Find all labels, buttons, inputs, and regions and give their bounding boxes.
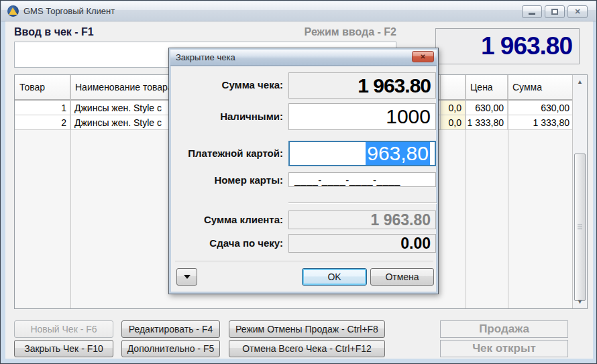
cell-qty: 0,0: [441, 115, 466, 129]
column-header-price[interactable]: Цена: [466, 75, 508, 99]
card-input[interactable]: 963,80: [288, 141, 436, 166]
close-icon: ✕: [420, 53, 425, 60]
fields-separator: [288, 202, 437, 204]
additional-button[interactable]: Дополнительно - F5: [121, 340, 220, 357]
cell-price: 630,00: [466, 101, 508, 115]
cell-sum: 630,00: [508, 101, 573, 115]
new-check-button: Новый Чек - F6: [14, 320, 113, 338]
close-icon: ✕: [574, 7, 580, 16]
minimize-icon: [529, 13, 535, 15]
input-mode-label: Режим ввода - F2: [262, 26, 396, 38]
dialog-title: Закрытие чека: [176, 52, 235, 62]
chevron-down-icon: [184, 275, 191, 279]
cash-input[interactable]: 1000: [288, 103, 436, 130]
arrow-up-icon: ▲: [577, 78, 583, 85]
status-check-panel: Чек открыт: [440, 340, 568, 357]
column-header-qty[interactable]: [441, 75, 466, 99]
card-number-input[interactable]: ____-____-____-____: [288, 172, 436, 187]
column-divider: [508, 75, 508, 308]
check-sum-label: Сумма чека:: [176, 79, 283, 90]
more-options-button[interactable]: [176, 268, 197, 286]
close-check-button[interactable]: Закрыть Чек - F10: [14, 340, 113, 357]
dialog-close-button[interactable]: ✕: [412, 51, 434, 62]
selected-text: 963,80: [366, 142, 430, 165]
card-label: Платежной картой:: [176, 147, 283, 159]
dialog-titlebar[interactable]: Закрытие чека: [170, 50, 437, 66]
status-mode-panel: Продажа: [440, 320, 568, 338]
entry-section-label: Ввод в чек - F1: [14, 26, 94, 38]
change-field: 0.00: [288, 234, 436, 253]
card-number-label: Номер карты:: [176, 174, 283, 186]
arrow-down-icon: ▼: [577, 298, 583, 305]
client-sum-field: 1 963.80: [288, 210, 436, 229]
scroll-down-button[interactable]: ▼: [573, 295, 587, 308]
scroll-up-button[interactable]: ▲: [573, 75, 587, 88]
table-scrollbar[interactable]: ▲ ▼: [572, 75, 587, 308]
close-check-dialog: Закрытие чека ✕ Сумма чека: 1 963.80 Нал…: [168, 48, 439, 294]
buttons-separator: [175, 261, 433, 262]
column-divider: [466, 75, 466, 308]
receipt-total-display: 1 963.80: [435, 28, 580, 64]
cell-price: 1 333,80: [466, 115, 508, 129]
cell-item: 2: [15, 115, 70, 129]
change-label: Сдача по чеку:: [176, 237, 283, 249]
client-sum-label: Сумма клиента:: [176, 214, 283, 225]
cell-qty: 0,0: [441, 101, 466, 115]
cancel-button[interactable]: Отмена: [370, 268, 434, 286]
edit-button[interactable]: Редактировать - F4: [121, 320, 220, 338]
maximize-icon: [551, 9, 558, 15]
app-logo-icon: [7, 5, 19, 17]
window-title: GMS Торговый Клиент: [23, 6, 115, 16]
cash-label: Наличными:: [176, 111, 283, 122]
cell-sum: 1 333,80: [508, 115, 573, 129]
app-window: GMS Торговый Клиент ✕ Ввод в чек - F1 Ре…: [0, 0, 597, 364]
titlebar[interactable]: GMS Торговый Клиент ✕: [1, 1, 596, 21]
column-divider: [70, 75, 71, 308]
scroll-thumb[interactable]: [574, 154, 586, 301]
ok-button[interactable]: OK: [302, 268, 367, 286]
cell-item: 1: [15, 101, 70, 115]
cancel-sales-mode-button[interactable]: Режим Отмены Продаж - Ctrl+F8: [229, 320, 385, 338]
maximize-button[interactable]: [545, 5, 565, 18]
column-header-sum[interactable]: Сумма: [508, 75, 573, 99]
minimize-button[interactable]: [522, 5, 542, 18]
check-sum-field: 1 963.80: [288, 72, 436, 99]
column-header-item[interactable]: Товар: [15, 75, 70, 99]
close-button[interactable]: ✕: [567, 5, 588, 18]
cancel-whole-check-button[interactable]: Отмена Всего Чека - Ctrl+F12: [229, 340, 385, 357]
